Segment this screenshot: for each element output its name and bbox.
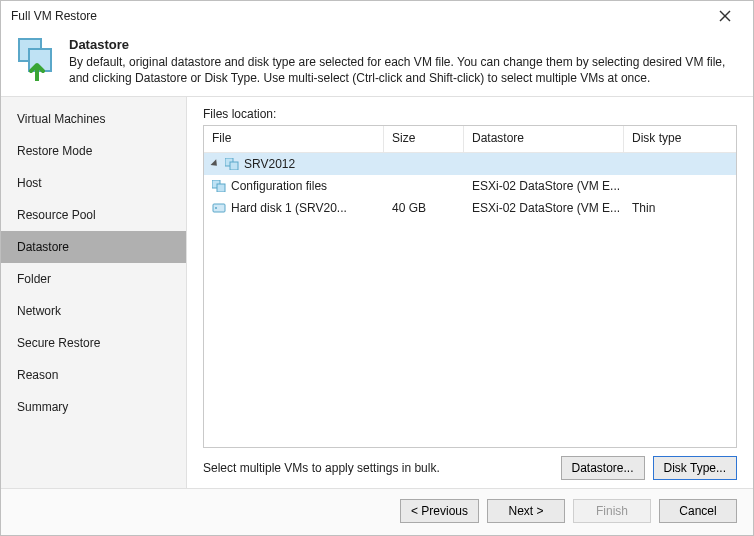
cell-datastore	[464, 153, 624, 175]
config-icon	[212, 180, 226, 192]
svg-point-9	[215, 207, 217, 209]
cancel-button[interactable]: Cancel	[659, 499, 737, 523]
wizard-header: Datastore By default, original datastore…	[1, 31, 753, 96]
cell-size	[384, 175, 464, 197]
column-file[interactable]: File	[204, 126, 384, 152]
svg-rect-8	[213, 204, 225, 212]
close-button[interactable]	[705, 2, 745, 30]
disk-icon	[212, 202, 226, 214]
cell-size: 40 GB	[384, 197, 464, 219]
column-disk-type[interactable]: Disk type	[624, 126, 736, 152]
titlebar: Full VM Restore	[1, 1, 753, 31]
cell-disk-type	[624, 175, 736, 197]
file-name: SRV2012	[244, 157, 295, 171]
bulk-hint: Select multiple VMs to apply settings in…	[203, 461, 561, 475]
files-location-label: Files location:	[203, 107, 737, 121]
cell-file: Configuration files	[204, 175, 384, 197]
sidebar-item-datastore[interactable]: Datastore	[1, 231, 186, 263]
datastore-panel: Files location: File Size Datastore Disk…	[187, 97, 753, 488]
svg-rect-7	[217, 184, 225, 192]
cell-datastore: ESXi-02 DataStore (VM E...	[464, 175, 624, 197]
sidebar-item-summary[interactable]: Summary	[1, 391, 186, 423]
sidebar-item-restore-mode[interactable]: Restore Mode	[1, 135, 186, 167]
next-button[interactable]: Next >	[487, 499, 565, 523]
files-location-grid[interactable]: File Size Datastore Disk type SRV2012Con…	[203, 125, 737, 448]
sidebar-item-secure-restore[interactable]: Secure Restore	[1, 327, 186, 359]
wizard-body: Virtual MachinesRestore ModeHostResource…	[1, 96, 753, 488]
svg-rect-5	[230, 162, 238, 170]
column-size[interactable]: Size	[384, 126, 464, 152]
cell-disk-type	[624, 153, 736, 175]
wizard-step-heading: Datastore	[69, 37, 739, 52]
datastore-button[interactable]: Datastore...	[561, 456, 645, 480]
table-row[interactable]: Configuration filesESXi-02 DataStore (VM…	[204, 175, 736, 197]
disk-type-button[interactable]: Disk Type...	[653, 456, 737, 480]
grid-body: SRV2012Configuration filesESXi-02 DataSt…	[204, 153, 736, 447]
cell-file: SRV2012	[204, 153, 384, 175]
previous-button[interactable]: < Previous	[400, 499, 479, 523]
cell-file: Hard disk 1 (SRV20...	[204, 197, 384, 219]
expand-icon[interactable]	[212, 159, 222, 169]
table-row[interactable]: SRV2012	[204, 153, 736, 175]
column-datastore[interactable]: Datastore	[464, 126, 624, 152]
finish-button: Finish	[573, 499, 651, 523]
wizard-footer: < Previous Next > Finish Cancel	[1, 488, 753, 535]
close-icon	[719, 10, 731, 22]
cell-size	[384, 153, 464, 175]
wizard-step-description: By default, original datastore and disk …	[69, 54, 739, 86]
cell-datastore: ESXi-02 DataStore (VM E...	[464, 197, 624, 219]
window-title: Full VM Restore	[11, 9, 705, 23]
sidebar-item-virtual-machines[interactable]: Virtual Machines	[1, 103, 186, 135]
sidebar-item-host[interactable]: Host	[1, 167, 186, 199]
grid-header: File Size Datastore Disk type	[204, 126, 736, 153]
cell-disk-type: Thin	[624, 197, 736, 219]
wizard-step-list: Virtual MachinesRestore ModeHostResource…	[1, 97, 187, 488]
sidebar-item-folder[interactable]: Folder	[1, 263, 186, 295]
sidebar-item-resource-pool[interactable]: Resource Pool	[1, 199, 186, 231]
file-name: Hard disk 1 (SRV20...	[231, 201, 347, 215]
datastore-wizard-icon	[15, 37, 59, 81]
sidebar-item-network[interactable]: Network	[1, 295, 186, 327]
full-vm-restore-window: Full VM Restore Datastore By default, or…	[0, 0, 754, 536]
table-row[interactable]: Hard disk 1 (SRV20...40 GBESXi-02 DataSt…	[204, 197, 736, 219]
file-name: Configuration files	[231, 179, 327, 193]
vm-icon	[225, 158, 239, 170]
sidebar-item-reason[interactable]: Reason	[1, 359, 186, 391]
